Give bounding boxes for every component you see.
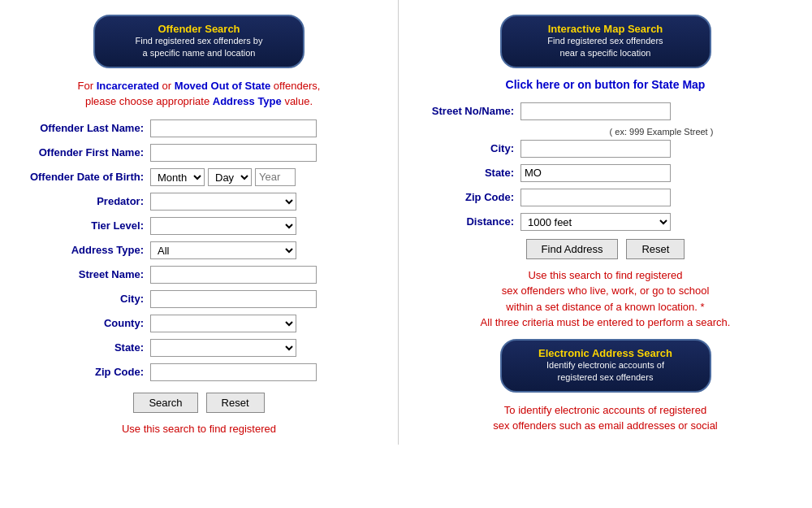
info-line2: sex offenders who live, work, or go to s… bbox=[502, 284, 710, 297]
zip-input[interactable] bbox=[150, 363, 317, 381]
left-panel: Offender Search Find registered sex offe… bbox=[0, 0, 398, 445]
street-name-row: Street Name: bbox=[16, 266, 382, 284]
tier-label: Tier Level: bbox=[16, 219, 150, 232]
address-type-label: Address Type: bbox=[16, 244, 150, 256]
right-panel: Interactive Map Search Find registered s… bbox=[398, 0, 812, 445]
left-bottom-text: Use this search to find registered bbox=[16, 421, 382, 437]
dob-label: Offender Date of Birth: bbox=[16, 171, 150, 183]
state-row: State: bbox=[16, 339, 382, 357]
map-search-banner[interactable]: Interactive Map Search Find registered s… bbox=[500, 15, 711, 68]
state-map-link[interactable]: Click here or on button for State Map bbox=[415, 78, 796, 91]
moved-text: Moved Out of State bbox=[175, 80, 270, 92]
electronic-search-banner[interactable]: Electronic Address Search Identify elect… bbox=[500, 339, 711, 393]
right-city-row: City: bbox=[415, 140, 796, 158]
right-state-label: State: bbox=[415, 167, 520, 179]
predator-row: Predator: bbox=[16, 193, 382, 211]
left-bottom-line1: Use this search to find registered bbox=[122, 423, 276, 435]
street-no-row: Street No/Name: bbox=[415, 102, 796, 120]
street-name-input[interactable] bbox=[150, 266, 317, 284]
electronic-line1: To identify electronic accounts of regis… bbox=[504, 404, 706, 416]
address-type-text: Address Type bbox=[213, 95, 282, 107]
county-row: County: bbox=[16, 315, 382, 332]
county-label: County: bbox=[16, 317, 150, 329]
electronic-line2: sex offenders such as email addresses or… bbox=[493, 419, 718, 432]
warning-or: or bbox=[159, 80, 175, 92]
find-button-row: Find Address Reset bbox=[415, 239, 796, 259]
first-name-label: Offender First Name: bbox=[16, 146, 150, 158]
search-button[interactable]: Search bbox=[133, 393, 197, 413]
info-line1: Use this search to find registered bbox=[528, 269, 682, 281]
distance-row: Distance: 1000 feet 2000 feet 5000 feet … bbox=[415, 213, 796, 231]
reset-button[interactable]: Reset bbox=[206, 393, 265, 413]
right-zip-row: Zip Code: bbox=[415, 189, 796, 206]
zip-label: Zip Code: bbox=[16, 366, 150, 378]
warning-prefix: For bbox=[78, 80, 97, 92]
last-name-label: Offender Last Name: bbox=[16, 122, 150, 134]
warning-line2: please choose appropriate bbox=[85, 95, 213, 107]
address-type-row: Address Type: All bbox=[16, 241, 382, 259]
street-name-label: Street Name: bbox=[16, 268, 150, 280]
offender-search-title: Offender Search bbox=[106, 23, 292, 35]
city-row: City: bbox=[16, 290, 382, 308]
info-line3: within a set distance of a known locatio… bbox=[506, 301, 704, 313]
city-label: City: bbox=[16, 293, 150, 305]
warning-message: For Incarcerated or Moved Out of State o… bbox=[16, 78, 382, 110]
first-name-row: Offender First Name: bbox=[16, 144, 382, 162]
right-reset-button[interactable]: Reset bbox=[626, 239, 685, 259]
info-text-block: Use this search to find registered sex o… bbox=[415, 267, 796, 331]
electronic-bottom-text: To identify electronic accounts of regis… bbox=[415, 402, 796, 434]
map-search-subtitle-2: near a specific location bbox=[513, 47, 698, 59]
street-no-input[interactable] bbox=[520, 102, 671, 120]
map-search-title: Interactive Map Search bbox=[513, 23, 698, 35]
offender-search-banner[interactable]: Offender Search Find registered sex offe… bbox=[93, 15, 304, 68]
electronic-search-subtitle-2: registered sex offenders bbox=[513, 371, 698, 384]
zip-row: Zip Code: bbox=[16, 363, 382, 381]
county-select[interactable] bbox=[150, 315, 296, 332]
dob-month-select[interactable]: Month 010203 040506 070809 101112 bbox=[150, 168, 205, 186]
city-input[interactable] bbox=[150, 290, 317, 308]
right-zip-input[interactable] bbox=[520, 189, 671, 206]
warning-suffix: offenders, bbox=[270, 80, 320, 92]
last-name-row: Offender Last Name: bbox=[16, 119, 382, 137]
tier-select[interactable] bbox=[150, 217, 296, 235]
electronic-search-title: Electronic Address Search bbox=[513, 347, 698, 359]
map-search-subtitle-1: Find registered sex offenders bbox=[513, 35, 698, 47]
predator-select[interactable] bbox=[150, 193, 296, 211]
offender-search-subtitle-1: Find registered sex offenders by bbox=[106, 35, 292, 47]
right-city-label: City: bbox=[415, 142, 520, 154]
dob-year-input[interactable] bbox=[255, 168, 296, 186]
dob-row: Offender Date of Birth: Month 010203 040… bbox=[16, 168, 382, 186]
distance-label: Distance: bbox=[415, 215, 520, 228]
dob-inputs: Month 010203 040506 070809 101112 Day 01… bbox=[150, 168, 296, 186]
warning-line2-suffix: value. bbox=[282, 95, 313, 107]
predator-label: Predator: bbox=[16, 195, 150, 207]
last-name-input[interactable] bbox=[150, 119, 317, 137]
street-no-label: Street No/Name: bbox=[415, 105, 520, 117]
right-state-row: State: bbox=[415, 164, 796, 182]
street-hint: ( ex: 999 Example Street ) bbox=[527, 127, 796, 137]
right-zip-label: Zip Code: bbox=[415, 191, 520, 203]
tier-row: Tier Level: bbox=[16, 217, 382, 235]
incarcerated-text: Incarcerated bbox=[97, 80, 159, 92]
find-address-button[interactable]: Find Address bbox=[526, 239, 619, 259]
info-line4: All three criteria must be entered to pe… bbox=[481, 316, 731, 328]
offender-search-subtitle-2: a specific name and location bbox=[106, 47, 292, 59]
state-label: State: bbox=[16, 341, 150, 354]
electronic-search-subtitle-1: Identify electronic accounts of bbox=[513, 359, 698, 371]
first-name-input[interactable] bbox=[150, 144, 317, 162]
left-button-row: Search Reset bbox=[16, 393, 382, 413]
right-city-input[interactable] bbox=[520, 140, 671, 158]
address-type-select[interactable]: All bbox=[150, 241, 296, 259]
state-select[interactable] bbox=[150, 339, 296, 357]
dob-day-select[interactable]: Day 010203 040506 070809 101112 131415 1… bbox=[208, 168, 252, 186]
distance-select[interactable]: 1000 feet 2000 feet 5000 feet 1 mile 5 m… bbox=[520, 213, 671, 231]
right-state-input[interactable] bbox=[520, 164, 671, 182]
